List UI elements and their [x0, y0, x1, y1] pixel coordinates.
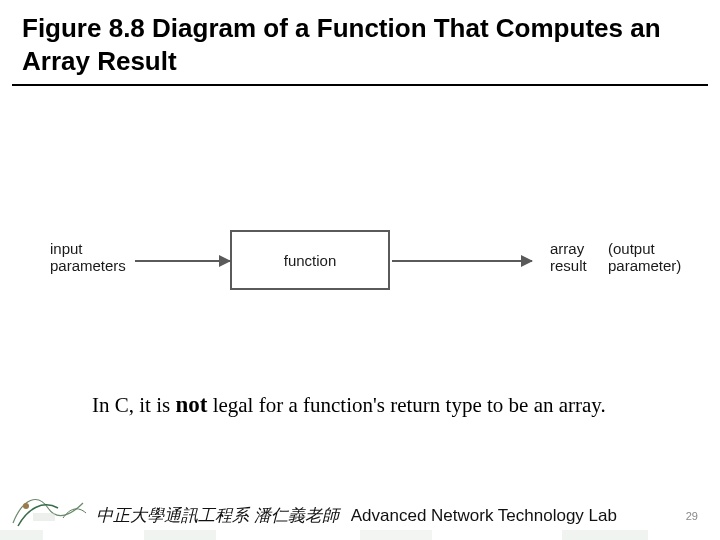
decorative-bottom-border [0, 530, 720, 540]
svg-point-0 [23, 503, 29, 509]
slide: Figure 8.8 Diagram of a Function That Co… [0, 0, 720, 540]
caption-emphasis: not [175, 392, 207, 417]
arrow-function-to-output [392, 260, 532, 262]
arrow-input-to-function [135, 260, 230, 262]
array-label-line2: result [550, 257, 587, 274]
figure-number: Figure 8.8 [22, 13, 145, 43]
input-label-line2: parameters [50, 257, 126, 274]
array-result-label: array result [550, 240, 587, 275]
footer-text: 中正大學通訊工程系 潘仁義老師 Advanced Network Technol… [96, 504, 617, 528]
footer: 中正大學通訊工程系 潘仁義老師 Advanced Network Technol… [0, 478, 720, 528]
function-box: function [230, 230, 390, 290]
caption-text: In C, it is not legal for a function's r… [92, 392, 606, 418]
output-label-line1: (output [608, 240, 655, 257]
function-box-label: function [284, 252, 337, 269]
page-number: 29 [686, 510, 698, 522]
caption-post: legal for a function's return type to be… [207, 393, 605, 417]
slide-title: Figure 8.8 Diagram of a Function That Co… [0, 0, 720, 83]
footer-logo-icon [8, 478, 88, 528]
input-label-line1: input [50, 240, 83, 257]
title-underline [12, 84, 708, 86]
output-label-line2: parameter) [608, 257, 681, 274]
caption-pre: In C, it is [92, 393, 175, 417]
footer-lab-name: Advanced Network Technology Lab [351, 506, 617, 526]
svg-rect-1 [33, 513, 55, 521]
footer-affiliation-cjk: 中正大學通訊工程系 潘仁義老師 [96, 504, 339, 527]
output-parameter-label: (output parameter) [608, 240, 681, 275]
array-label-line1: array [550, 240, 584, 257]
input-parameters-label: input parameters [50, 240, 126, 275]
